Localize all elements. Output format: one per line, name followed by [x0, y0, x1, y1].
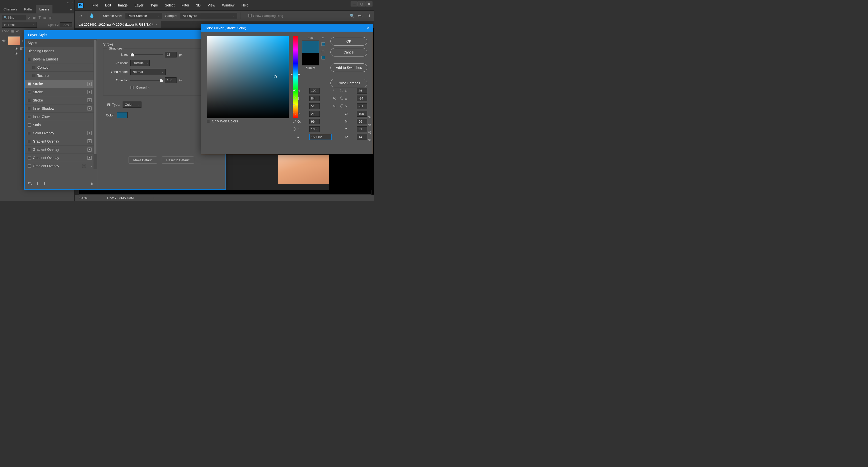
gamut-safe-swatch[interactable]: [321, 42, 325, 46]
sample-size-select[interactable]: Point Sample⌄: [125, 13, 162, 19]
status-chevron-icon[interactable]: ›: [153, 196, 154, 200]
size-input[interactable]: 13: [165, 52, 177, 57]
lock-paint-icon[interactable]: 🖌: [16, 29, 19, 33]
filter-shape-icon[interactable]: ▭: [43, 16, 46, 20]
websafe-swatch[interactable]: [321, 56, 325, 59]
b-radio[interactable]: [293, 104, 296, 108]
color-picker-titlebar[interactable]: Color Picker (Stroke Color) ✕: [201, 25, 373, 32]
new-color-swatch[interactable]: [302, 41, 319, 53]
l-input[interactable]: 36: [357, 88, 367, 93]
color-marker[interactable]: [274, 76, 277, 78]
bevel-checkbox[interactable]: [28, 58, 31, 61]
document-tab[interactable]: cat-2068462_1920.jpg @ 100% (Layer 0, RG…: [75, 21, 161, 28]
visibility-eye-icon[interactable]: 👁: [14, 52, 19, 56]
h-radio[interactable]: [293, 89, 296, 92]
menu-layer[interactable]: Layer: [131, 2, 147, 9]
stroke-checkbox[interactable]: [28, 99, 31, 102]
y-input[interactable]: 31: [357, 126, 367, 132]
add-stroke-icon[interactable]: +: [88, 98, 92, 102]
panel-tab-paths[interactable]: Paths: [21, 5, 36, 13]
add-gradient-overlay-icon[interactable]: +: [88, 139, 92, 143]
reset-default-button[interactable]: Reset to Default: [162, 156, 194, 164]
inner-shadow-checkbox[interactable]: [28, 107, 31, 110]
rgb-b-input[interactable]: 130: [309, 126, 320, 132]
hue-handle-right-icon[interactable]: ◀: [298, 73, 300, 76]
menu-edit[interactable]: Edit: [102, 2, 115, 9]
cancel-button[interactable]: Cancel: [331, 48, 367, 56]
gradient-overlay-row[interactable]: Gradient Overlay+⌄: [25, 162, 97, 170]
ok-button[interactable]: OK: [331, 37, 367, 46]
stroke-checkbox[interactable]: [28, 91, 31, 94]
opacity-input[interactable]: 100: [165, 77, 177, 83]
sample-select[interactable]: All Layers⌄: [180, 13, 237, 19]
workspace-icon[interactable]: ▭⌄: [358, 13, 363, 18]
panel-tab-layers[interactable]: Layers: [36, 5, 53, 13]
styles-header[interactable]: Stylesˆ: [25, 39, 97, 47]
add-stroke-icon[interactable]: +: [88, 82, 92, 86]
a-input[interactable]: -24: [357, 95, 367, 101]
canvas-image[interactable]: [278, 155, 329, 184]
lab-b-input[interactable]: -31: [357, 103, 367, 109]
bevel-emboss-row[interactable]: Bevel & Emboss: [25, 55, 97, 63]
timeline-strip[interactable]: [79, 190, 371, 195]
stroke-row-selected[interactable]: Stroke+: [25, 80, 97, 88]
doc-info[interactable]: Doc: 7,03M/7,03M: [107, 196, 133, 200]
stroke-checkbox[interactable]: [28, 82, 31, 86]
gradient-overlay-checkbox[interactable]: [28, 140, 31, 143]
gradient-overlay-row[interactable]: Gradient Overlay+: [25, 154, 97, 162]
add-gradient-overlay-icon[interactable]: +: [88, 156, 92, 160]
window-minimize-button[interactable]: —: [350, 1, 358, 6]
gradient-overlay-checkbox[interactable]: [28, 148, 31, 151]
a-radio[interactable]: [340, 96, 343, 100]
add-inner-shadow-icon[interactable]: +: [88, 107, 92, 111]
fill-type-select[interactable]: Color⌄: [123, 101, 142, 108]
add-gradient-overlay-icon[interactable]: +: [88, 148, 92, 151]
window-maximize-button[interactable]: ▢: [358, 1, 365, 6]
texture-checkbox[interactable]: [32, 74, 35, 77]
menu-3d[interactable]: 3D: [193, 2, 204, 9]
r-input[interactable]: 21: [309, 111, 320, 117]
menu-type[interactable]: Type: [147, 2, 161, 9]
layer-thumbnail[interactable]: [8, 36, 20, 45]
s-input[interactable]: 84: [309, 95, 320, 101]
share-icon[interactable]: ⬆: [367, 13, 371, 18]
size-slider[interactable]: [130, 54, 163, 55]
home-icon[interactable]: ⌂: [78, 12, 84, 19]
s-radio[interactable]: [293, 96, 296, 100]
l-radio[interactable]: [340, 89, 343, 92]
gradient-overlay-checkbox[interactable]: [28, 165, 31, 168]
websafe-warning-icon[interactable]: ⬚: [321, 50, 324, 54]
menu-image[interactable]: Image: [115, 2, 131, 9]
stroke-row[interactable]: Stroke+: [25, 96, 97, 105]
layer-kind-select[interactable]: 🔍 Kind⌄: [2, 15, 26, 21]
make-default-button[interactable]: Make Default: [128, 156, 157, 164]
add-to-swatches-button[interactable]: Add to Swatches: [331, 63, 367, 72]
menu-file[interactable]: File: [89, 2, 102, 9]
filter-pixel-icon[interactable]: ▧: [27, 16, 31, 20]
gradient-overlay-row[interactable]: Gradient Overlay+: [25, 137, 97, 146]
lock-transparency-icon[interactable]: ▦: [11, 29, 14, 33]
menu-filter[interactable]: Filter: [178, 2, 193, 9]
blend-mode-select[interactable]: Normal⌄: [2, 22, 37, 28]
only-web-colors-checkbox[interactable]: [207, 120, 210, 123]
opacity-input[interactable]: 100%⌄: [60, 22, 72, 27]
gradient-overlay-row[interactable]: Gradient Overlay+: [25, 146, 97, 154]
g-input[interactable]: 96: [309, 119, 320, 124]
overprint-checkbox[interactable]: [130, 86, 133, 89]
opacity-slider[interactable]: [130, 80, 163, 81]
zoom-level[interactable]: 100%: [79, 196, 87, 200]
menu-select[interactable]: Select: [161, 2, 178, 9]
m-input[interactable]: 56: [357, 119, 367, 124]
collapse-icon[interactable]: ‹‹: [67, 1, 69, 4]
inner-glow-row[interactable]: Inner Glow: [25, 113, 97, 121]
document-tab-close-icon[interactable]: ×: [155, 23, 157, 26]
h-input[interactable]: 199: [309, 88, 320, 93]
stroke-row[interactable]: Stroke+: [25, 88, 97, 96]
rgb-b-radio[interactable]: [293, 127, 296, 130]
styles-scrollbar[interactable]: [93, 40, 97, 169]
layer-style-titlebar[interactable]: Layer Style: [25, 31, 225, 39]
blending-options-row[interactable]: Blending Options: [25, 47, 97, 55]
menu-view[interactable]: View: [204, 2, 219, 9]
satin-row[interactable]: Satin: [25, 121, 97, 129]
color-overlay-row[interactable]: Color Overlay+: [25, 129, 97, 137]
